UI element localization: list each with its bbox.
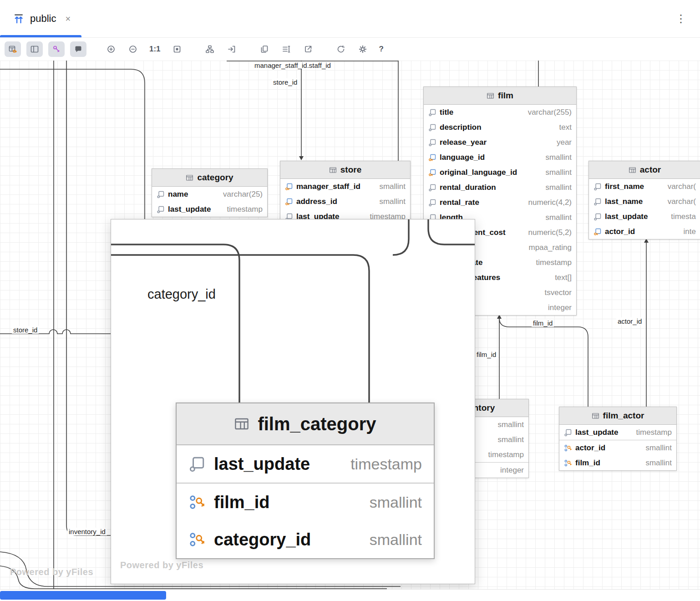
fk-icon — [285, 198, 293, 206]
column-row: namevarchar(25) — [152, 187, 267, 202]
edge-label: inventory_id — [67, 528, 107, 535]
pkfk-icon — [188, 494, 206, 511]
table-grid-icon — [487, 92, 494, 100]
table-grid-icon — [329, 166, 337, 174]
column-row: rental_durationsmallint — [424, 180, 576, 195]
table-header: category — [152, 169, 267, 187]
pkfk-icon — [188, 531, 206, 548]
col-icon — [188, 455, 206, 473]
table-film_category[interactable]: film_categorylast_updatetimestampfilm_id… — [176, 402, 435, 559]
table-actor[interactable]: actorfirst_namevarchar(last_namevarchar(… — [588, 161, 700, 239]
table-header: actor — [589, 161, 700, 179]
zoom-in-button[interactable] — [103, 41, 119, 57]
column-row: actor_idsmallint — [559, 440, 676, 455]
col-icon — [428, 183, 436, 192]
column-row: category_idsmallint — [177, 521, 434, 558]
tab-close-icon[interactable]: × — [65, 14, 71, 24]
column-row: last_updatetimestamp — [559, 425, 676, 440]
fk-icon — [428, 168, 436, 177]
column-row: descriptiontext — [424, 120, 576, 135]
diagram-tab-icon — [13, 13, 25, 25]
edge-label: category_id — [146, 287, 218, 302]
col-icon — [593, 183, 602, 191]
export-icon — [304, 45, 313, 54]
auto-layout-button[interactable] — [202, 41, 218, 57]
col-icon — [157, 190, 165, 199]
key-icon — [52, 45, 61, 54]
scrollbar-thumb[interactable] — [0, 591, 166, 600]
horizontal-scrollbar[interactable] — [0, 589, 700, 601]
diagram-canvas[interactable]: Powered by yFiles category_id Powered by… — [0, 61, 700, 589]
column-row: address_idsmallint — [280, 194, 410, 209]
jump-to-object-button[interactable] — [223, 41, 240, 57]
columns-panel-toggle-button[interactable] — [26, 41, 43, 57]
copy-diagram-button[interactable] — [256, 41, 273, 57]
refresh-icon — [336, 45, 345, 54]
table-category[interactable]: categorynamevarchar(25)last_updatetimest… — [152, 168, 268, 217]
active-tab-indicator — [0, 35, 81, 37]
col-icon — [157, 205, 165, 214]
settings-button[interactable] — [355, 41, 371, 57]
application-window: public × ⋮ 1:1? Powered by yFiles catego… — [0, 0, 700, 601]
show-keys-toggle-button[interactable] — [48, 41, 65, 57]
col-icon — [564, 428, 572, 437]
table-header: film_actor — [559, 407, 676, 425]
show-comments-toggle-button[interactable] — [70, 41, 86, 57]
table-grid-icon — [186, 174, 193, 182]
column-row: original_language_idsmallint — [424, 165, 576, 180]
table-store[interactable]: storemanager_staff_idsmallintaddress_ids… — [280, 161, 411, 224]
select-text-button[interactable] — [278, 41, 294, 57]
column-row: release_yearyear — [424, 135, 576, 150]
edge-label: film_id — [532, 319, 554, 327]
table-header: film — [424, 87, 576, 105]
open-in-new-window-button[interactable] — [300, 41, 316, 57]
table-names-toggle-button[interactable] — [5, 41, 21, 57]
fit-content-button[interactable] — [169, 41, 185, 57]
tab-options-kebab-icon[interactable]: ⋮ — [675, 12, 686, 25]
column-row: last_updatetimesta — [589, 209, 700, 224]
column-row: rental_ratenumeric(4,2) — [424, 195, 576, 210]
zoom-out-button[interactable] — [125, 41, 141, 57]
table-header: film_category — [177, 403, 434, 445]
actual-size-button[interactable]: 1:1 — [147, 41, 163, 57]
yfiles-watermark: Powered by yFiles — [10, 567, 93, 577]
column-row: actor_idinte — [589, 224, 700, 239]
edge-label: store_id — [272, 78, 299, 86]
column-row: titlevarchar(255) — [424, 105, 576, 120]
tab-bar: public × ⋮ — [0, 0, 700, 38]
copy-icon — [260, 45, 269, 54]
column-row: last_updatetimestamp — [152, 202, 267, 217]
refresh-button[interactable] — [333, 41, 349, 57]
column-row: language_idsmallint — [424, 150, 576, 165]
fk-icon — [428, 153, 436, 162]
tab-public[interactable]: public × — [0, 0, 81, 37]
edge-label: store_id — [12, 326, 39, 334]
col-icon — [593, 198, 602, 206]
zoom-in-icon — [107, 45, 116, 54]
tab-title: public — [30, 13, 56, 25]
col-icon — [593, 213, 602, 221]
column-row: last_updatetimestamp — [177, 445, 434, 483]
fk-icon — [285, 183, 293, 191]
tables-icon — [8, 45, 17, 54]
layout-icon — [205, 45, 214, 54]
table-grid-icon — [592, 412, 599, 420]
column-row: manager_staff_idsmallint — [280, 179, 410, 194]
edge-label: manager_staff_id.staff_id — [253, 61, 332, 69]
table-grid-icon — [629, 166, 636, 174]
col-icon — [428, 123, 436, 132]
edge-label: actor_id — [616, 317, 643, 325]
help-button[interactable]: ? — [376, 41, 386, 57]
column-row: last_namevarchar( — [589, 194, 700, 209]
col-icon — [428, 199, 436, 207]
select-text-icon — [282, 45, 291, 54]
fit-icon — [172, 45, 182, 54]
column-row: first_namevarchar( — [589, 179, 700, 194]
pkfk-icon — [564, 444, 572, 452]
fk-icon — [593, 228, 602, 236]
panel-icon — [30, 45, 39, 54]
table-header: store — [280, 161, 410, 179]
jump-icon — [227, 45, 236, 54]
edge-label: film_id — [475, 351, 497, 358]
table-film_actor[interactable]: film_actorlast_updatetimestampactor_idsm… — [559, 407, 677, 471]
